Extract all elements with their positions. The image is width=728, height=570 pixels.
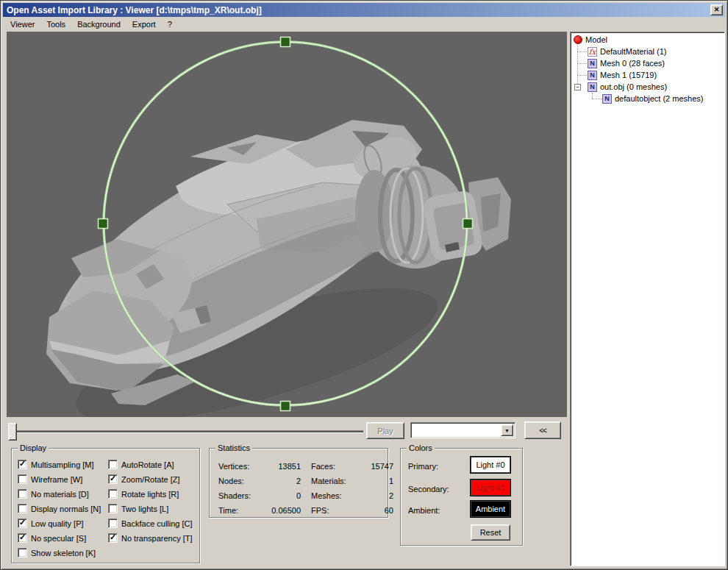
checkbox-backface-culling[interactable]: Backface culling [C] [108,516,193,530]
display-col1: Multisampling [M] Wireframe [W] No mater… [18,457,101,560]
checkbox-display-normals[interactable]: Display normals [N] [18,502,101,516]
animation-slider-thumb[interactable] [8,423,17,441]
checkbox-box[interactable] [18,489,27,499]
window-title: Open Asset Import Library : Viewer [d:\t… [7,5,262,15]
stat-label: Faces: [301,462,355,471]
checkbox-box[interactable] [108,489,118,499]
menu-help[interactable]: ? [162,18,178,30]
tree-item-label: DefaultMaterial (1) [600,47,666,56]
3d-viewport[interactable] [7,32,567,417]
combobox-dropdown-button[interactable]: ▼ [501,424,513,436]
trackball-handle-top[interactable] [281,38,290,47]
menu-background[interactable]: Background [71,18,126,30]
tree-item-label: defaultobject (2 meshes) [615,94,703,103]
checkbox-two-lights[interactable]: Two lights [L] [108,502,193,516]
tree-connector [577,51,587,52]
tree-item-label: Model [585,35,607,44]
primary-light-button-label: Light #0 [476,460,504,469]
ambient-light-button[interactable]: Ambient [470,500,511,518]
collapse-panel-button[interactable]: << [524,421,561,439]
tree-item-label: Mesh 0 (28 faces) [600,59,665,68]
trackball-handle-right[interactable] [463,219,473,229]
title-bar[interactable]: Open Asset Import Library : Viewer [d:\t… [3,3,725,17]
trackball-handle-bottom[interactable] [281,402,290,411]
checkbox-box[interactable] [108,519,118,528]
tree-item-mesh-0[interactable]: N Mesh 0 (28 faces) [588,57,665,69]
checkbox-box[interactable] [18,548,27,557]
checkbox-label: Display normals [N] [31,505,101,513]
checkbox-box[interactable] [108,504,118,513]
tree-item-defaultobject[interactable]: N defaultobject (2 meshes) [602,93,703,104]
menu-tools[interactable]: Tools [40,18,71,30]
stat-label: Meshes: [301,491,355,500]
secondary-light-button[interactable]: Light #1 [470,479,511,496]
checkbox-wireframe[interactable]: Wireframe [W] [18,472,101,486]
checkbox-low-quality[interactable]: Low quality [P] [18,516,101,530]
display-col2: AutoRotate [A] Zoom/Rotate [Z] Rotate li… [108,457,193,546]
mesh-node-icon: N [588,71,597,80]
checkbox-autorotate[interactable]: AutoRotate [A] [108,457,193,471]
reset-colors-button[interactable]: Reset [471,524,510,541]
checkbox-box[interactable] [18,504,27,513]
checkbox-box[interactable] [108,474,118,484]
scene-tree[interactable]: Model fx DefaultMaterial (1) N Mesh 0 (2… [570,32,725,566]
stat-value: 2 [355,491,393,500]
checkbox-no-transparency[interactable]: No transparency [T] [108,531,193,545]
checkbox-zoom-rotate[interactable]: Zoom/Rotate [Z] [108,472,193,486]
tree-expander-icon[interactable]: − [574,84,581,90]
animation-slider-track[interactable] [13,430,363,433]
stat-label: Time: [218,506,265,515]
close-icon: ✕ [714,6,720,13]
tree-item-model[interactable]: Model [574,34,607,46]
primary-light-label: Primary: [408,462,438,471]
stat-value: 0.06500 [265,506,301,515]
stat-label: Vertices: [218,462,265,471]
tree-item-label: out.obj (0 meshes) [600,82,667,91]
checkbox-rotate-lights[interactable]: Rotate lights [R] [108,487,193,501]
trackball-handle-left[interactable] [99,219,108,229]
secondary-light-button-label: Light #1 [476,483,504,492]
checkbox-label: Show skeleton [K] [31,549,96,557]
checkbox-label: Two lights [L] [121,505,168,513]
menu-export[interactable]: Export [126,18,162,30]
tree-connector [592,93,593,99]
checkbox-label: No transparency [T] [121,534,193,543]
stat-value: 15747 [355,462,393,471]
model-icon [574,35,582,44]
checkbox-multisampling[interactable]: Multisampling [M] [18,457,101,471]
checkbox-box[interactable] [108,460,118,469]
checkbox-box[interactable] [18,519,27,528]
play-button[interactable]: Play [366,422,404,439]
primary-light-button[interactable]: Light #0 [470,456,511,474]
animation-combobox-value [414,425,499,435]
checkbox-no-materials[interactable]: No materials [D] [18,487,101,501]
checkbox-label: Wireframe [W] [31,475,82,484]
close-button[interactable]: ✕ [710,4,723,15]
ambient-light-label: Ambient: [408,506,440,515]
play-button-label: Play [377,427,393,435]
menu-viewer[interactable]: Viewer [4,18,40,30]
stat-value: 1 [355,477,393,485]
stat-label: FPS: [301,506,355,515]
checkbox-show-skeleton[interactable]: Show skeleton [K] [18,546,101,560]
tree-item-defaultmaterial[interactable]: fx DefaultMaterial (1) [588,46,666,57]
checkbox-box[interactable] [18,533,27,543]
checkbox-box[interactable] [18,460,27,469]
tree-item-mesh-1[interactable]: N Mesh 1 (15719) [588,69,657,81]
stat-value: 13851 [265,462,301,471]
display-groupbox: Display Multisampling [M] Wireframe [W] … [11,448,200,563]
checkbox-label: Backface culling [C] [121,519,193,528]
checkbox-no-specular[interactable]: No specular [S] [18,531,101,545]
reset-button-label: Reset [480,528,502,537]
stat-label: Materials: [301,477,355,485]
tree-connector [577,63,587,64]
tree-connector [592,99,602,99]
stat-value: 60 [355,506,393,515]
checkbox-box[interactable] [18,474,27,484]
tree-connector [577,75,587,76]
statistics-grid: Vertices: 13851 Faces: 15747 Nodes: 2 Ma… [218,459,393,518]
tree-item-out-obj[interactable]: N out.obj (0 meshes) [588,81,667,93]
checkbox-box[interactable] [108,533,118,543]
animation-combobox[interactable]: ▼ [410,422,515,438]
viewport-canvas [7,32,567,417]
